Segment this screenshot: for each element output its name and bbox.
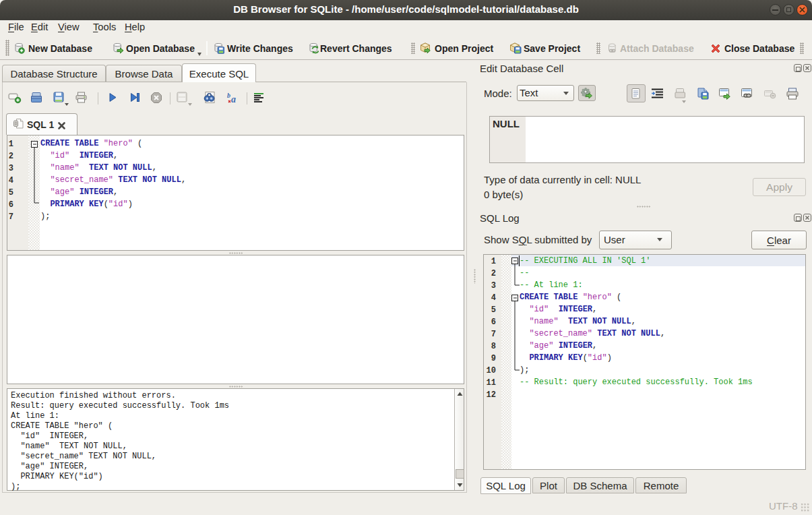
svg-text:b: b [227,92,230,99]
svg-text:a: a [231,94,236,104]
